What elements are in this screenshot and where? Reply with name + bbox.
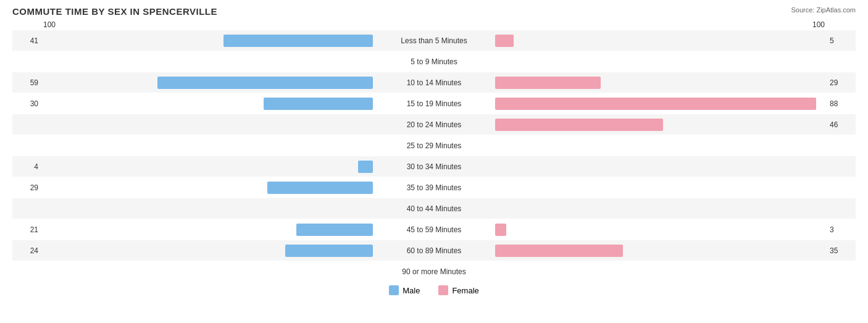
male-bar xyxy=(223,35,373,47)
row-label: 20 to 24 Minutes xyxy=(375,120,493,129)
female-bar xyxy=(495,224,506,236)
chart-title: COMMUTE TIME BY SEX IN SPENCERVILLE xyxy=(12,6,856,17)
table-row: 30 15 to 19 Minutes 88 xyxy=(12,93,856,114)
row-label: 30 to 34 Minutes xyxy=(375,162,493,171)
female-bar xyxy=(495,35,514,47)
female-bar xyxy=(495,245,623,257)
axis-labels: 100 100 xyxy=(12,20,856,29)
female-legend-label: Female xyxy=(452,286,478,295)
female-value: 35 xyxy=(825,246,856,255)
male-bar-container xyxy=(43,76,375,90)
bar-group: Less than 5 Minutes xyxy=(43,30,825,51)
row-label: 45 to 59 Minutes xyxy=(375,225,493,234)
row-label: 25 to 29 Minutes xyxy=(375,141,493,150)
male-value: 4 xyxy=(12,162,43,171)
male-bar xyxy=(264,98,373,110)
female-bar-container xyxy=(493,244,825,258)
male-bar-container xyxy=(43,34,375,48)
male-bar-container xyxy=(43,139,375,153)
female-legend-box xyxy=(438,285,448,295)
row-label: 40 to 44 Minutes xyxy=(375,204,493,213)
female-bar-container xyxy=(493,265,825,279)
table-row: 29 35 to 39 Minutes xyxy=(12,177,856,198)
male-bar xyxy=(285,245,373,257)
female-bar-container xyxy=(493,55,825,69)
legend-female: Female xyxy=(438,285,478,295)
row-label: 15 to 19 Minutes xyxy=(375,99,493,108)
female-bar-container xyxy=(493,160,825,174)
male-value: 29 xyxy=(12,183,43,192)
male-bar-container xyxy=(43,160,375,174)
table-row: 24 60 to 89 Minutes 35 xyxy=(12,240,856,261)
male-bar-container xyxy=(43,118,375,132)
row-label: 90 or more Minutes xyxy=(375,267,493,276)
axis-left: 100 xyxy=(43,20,56,29)
female-value: 88 xyxy=(825,99,856,108)
male-bar xyxy=(157,77,373,89)
bar-group: 60 to 89 Minutes xyxy=(43,240,825,261)
bar-group: 10 to 14 Minutes xyxy=(43,72,825,93)
axis-right: 100 xyxy=(812,20,825,29)
male-bar-container xyxy=(43,202,375,216)
table-row: 20 to 24 Minutes 46 xyxy=(12,114,856,135)
male-bar-container xyxy=(43,97,375,111)
male-value: 59 xyxy=(12,78,43,87)
source-text: Source: ZipAtlas.com xyxy=(791,6,856,14)
table-row: 5 to 9 Minutes xyxy=(12,51,856,72)
male-value: 41 xyxy=(12,36,43,45)
male-bar xyxy=(358,161,373,173)
bar-group: 15 to 19 Minutes xyxy=(43,93,825,114)
female-bar-container xyxy=(493,97,825,111)
male-bar-container xyxy=(43,244,375,258)
table-row: 21 45 to 59 Minutes 3 xyxy=(12,219,856,240)
bar-group: 30 to 34 Minutes xyxy=(43,156,825,177)
female-bar-container xyxy=(493,139,825,153)
male-value: 30 xyxy=(12,99,43,108)
row-label: 5 to 9 Minutes xyxy=(375,57,493,66)
row-label: 10 to 14 Minutes xyxy=(375,78,493,87)
table-row: 40 to 44 Minutes xyxy=(12,198,856,219)
row-label: Less than 5 Minutes xyxy=(375,36,493,45)
female-value: 46 xyxy=(825,120,856,129)
bar-group: 90 or more Minutes xyxy=(43,261,825,282)
male-bar-container xyxy=(43,223,375,237)
female-bar-container xyxy=(493,223,825,237)
chart-area: 100 100 41 Less than 5 Minutes 5 5 t xyxy=(12,20,856,275)
bar-group: 40 to 44 Minutes xyxy=(43,198,825,219)
female-bar-container xyxy=(493,181,825,195)
bar-group: 20 to 24 Minutes xyxy=(43,114,825,135)
female-bar xyxy=(495,119,663,131)
female-bar xyxy=(495,77,601,89)
legend: Male Female xyxy=(12,285,856,295)
female-bar-container xyxy=(493,118,825,132)
male-bar xyxy=(267,182,373,194)
female-bar xyxy=(495,98,816,110)
male-legend-box xyxy=(389,285,399,295)
male-bar-container xyxy=(43,181,375,195)
male-bar xyxy=(296,224,373,236)
table-row: 4 30 to 34 Minutes xyxy=(12,156,856,177)
bar-group: 25 to 29 Minutes xyxy=(43,135,825,156)
table-row: 90 or more Minutes xyxy=(12,261,856,282)
bar-group: 45 to 59 Minutes xyxy=(43,219,825,240)
row-label: 35 to 39 Minutes xyxy=(375,183,493,192)
male-bar-container xyxy=(43,265,375,279)
female-bar-container xyxy=(493,34,825,48)
legend-male: Male xyxy=(389,285,420,295)
male-bar-container xyxy=(43,55,375,69)
female-bar-container xyxy=(493,76,825,90)
male-value: 24 xyxy=(12,246,43,255)
female-value: 29 xyxy=(825,78,856,87)
bar-group: 35 to 39 Minutes xyxy=(43,177,825,198)
female-bar-container xyxy=(493,202,825,216)
female-value: 5 xyxy=(825,36,856,45)
row-label: 60 to 89 Minutes xyxy=(375,246,493,255)
male-value: 21 xyxy=(12,225,43,234)
male-legend-label: Male xyxy=(403,286,420,295)
rows-container: 41 Less than 5 Minutes 5 5 to 9 Minutes xyxy=(12,30,856,282)
table-row: 41 Less than 5 Minutes 5 xyxy=(12,30,856,51)
chart-container: COMMUTE TIME BY SEX IN SPENCERVILLE Sour… xyxy=(0,0,868,323)
table-row: 59 10 to 14 Minutes 29 xyxy=(12,72,856,93)
female-value: 3 xyxy=(825,225,856,234)
table-row: 25 to 29 Minutes xyxy=(12,135,856,156)
